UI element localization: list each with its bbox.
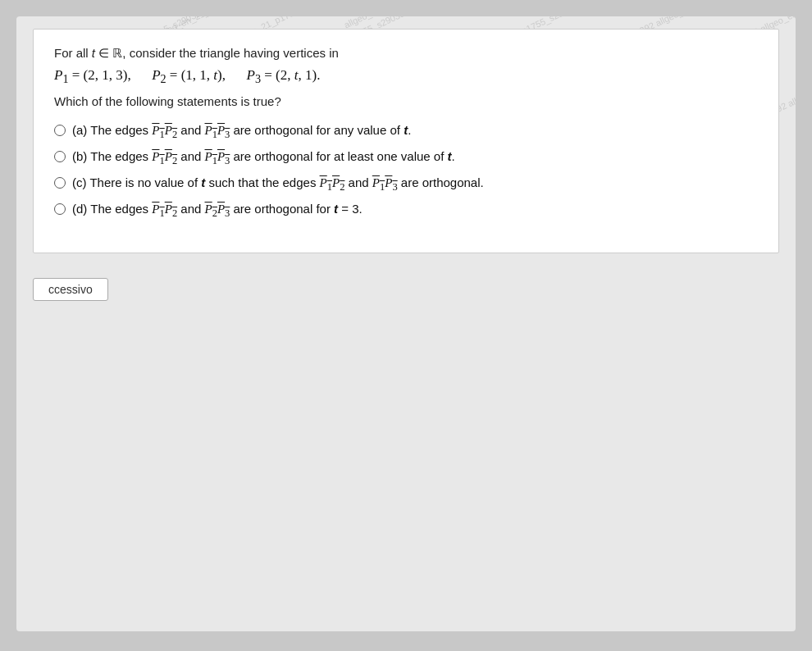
seg-p1p2-b: P1P2 xyxy=(152,150,177,163)
radio-a[interactable] xyxy=(54,125,66,136)
seg-p1p3-c: P1P3 xyxy=(372,176,398,189)
next-button[interactable]: ccessivo xyxy=(33,278,108,301)
p2-expr: P2 = (1, 1, t), xyxy=(152,67,226,83)
real-symbol: ℝ xyxy=(112,47,122,60)
radio-d[interactable] xyxy=(54,203,66,215)
seg-p1p2-d: P1P2 xyxy=(152,203,177,216)
p3-expr: P3 = (2, t, 1). xyxy=(247,67,321,83)
button-row: ccessivo xyxy=(16,278,796,301)
page-container: 5_s290392 allgeo_en_21_p1755_s290392 all… xyxy=(16,16,796,631)
var-t-b: t xyxy=(448,149,452,163)
var-t-c: t xyxy=(201,175,205,189)
option-b: (b) The edges P1P2 and P1P3 are orthogon… xyxy=(54,149,758,167)
options-list: (a) The edges P1P2 and P1P3 are orthogon… xyxy=(54,123,758,220)
seg-p1p3-b: P1P3 xyxy=(205,150,230,163)
seg-p1p2-a: P1P2 xyxy=(152,124,177,137)
option-c: (c) There is no value of t such that the… xyxy=(54,175,758,193)
intro-text: For all t ∈ ℝ, consider the triangle hav… xyxy=(54,46,758,61)
radio-c[interactable] xyxy=(54,177,66,189)
watermark-5: allgeo_en_21_p1755_s290392 allgeo_e xyxy=(342,16,491,30)
option-a: (a) The edges P1P2 and P1P3 are orthogon… xyxy=(54,123,758,141)
var-t-a: t xyxy=(404,123,408,137)
option-d: (d) The edges P1P2 and P2P3 are orthogon… xyxy=(54,202,758,220)
radio-b[interactable] xyxy=(54,151,66,162)
var-t-d: t xyxy=(334,202,338,216)
option-a-label: (a) The edges P1P2 and P1P3 are orthogon… xyxy=(72,123,411,141)
vertices-formula: P1 = (2, 1, 3), P2 = (1, 1, t), P3 = (2,… xyxy=(54,67,758,86)
option-c-label: (c) There is no value of t such that the… xyxy=(72,175,484,193)
seg-p2p3-d: P2P3 xyxy=(205,203,230,216)
p1-expr: P1 = (2, 1, 3), xyxy=(54,67,131,83)
seg-p1p2-c: P1P2 xyxy=(320,176,345,189)
question-box: For all t ∈ ℝ, consider the triangle hav… xyxy=(33,29,779,253)
seg-p1p3-a: P1P3 xyxy=(205,124,230,137)
option-b-label: (b) The edges P1P2 and P1P3 are orthogon… xyxy=(72,149,455,167)
var-t-intro: t xyxy=(92,46,95,60)
option-d-label: (d) The edges P1P2 and P2P3 are orthogon… xyxy=(72,202,363,220)
question-text: Which of the following statements is tru… xyxy=(54,94,758,108)
